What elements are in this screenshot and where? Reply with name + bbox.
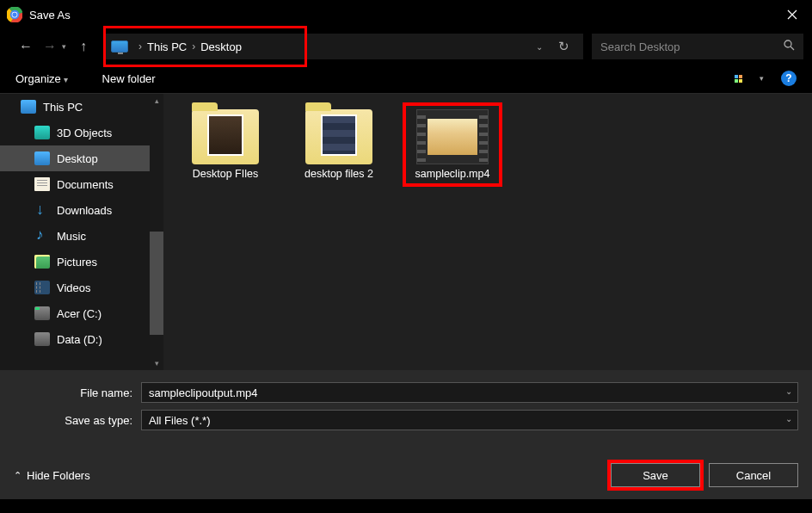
chevron-right-icon: › — [192, 40, 195, 53]
tree-item-music[interactable]: Music — [0, 223, 163, 249]
scrollbar-thumb[interactable] — [150, 232, 163, 335]
scrollbar-down[interactable]: ▾ — [150, 356, 163, 370]
view-options-button[interactable] — [730, 71, 746, 86]
music-icon — [34, 229, 50, 243]
nav-tree: This PC 3D Objects Desktop Documents Dow… — [0, 94, 163, 370]
breadcrumb-root[interactable]: This PC — [147, 40, 187, 53]
titlebar: Save As — [0, 0, 812, 29]
scrollbar-up[interactable]: ▴ — [150, 94, 163, 108]
filetype-label: Save as type: — [14, 414, 141, 427]
close-button[interactable] — [772, 0, 812, 29]
hide-folders-button[interactable]: ⌃ Hide Folders — [14, 469, 90, 482]
file-label: sampleclip.mp4 — [415, 168, 490, 180]
tree-item-desktop[interactable]: Desktop — [0, 145, 163, 171]
chevron-up-icon: ⌃ — [14, 470, 22, 481]
documents-icon — [34, 177, 50, 191]
tree-label: This PC — [43, 101, 83, 114]
app-icon — [7, 7, 22, 22]
hide-folders-label: Hide Folders — [27, 469, 90, 482]
tree-label: Downloads — [57, 204, 112, 217]
downloads-icon — [34, 203, 50, 217]
tree-label: Acer (C:) — [57, 307, 102, 320]
file-item-video[interactable]: sampleclip.mp4 — [406, 106, 499, 183]
main-area: This PC 3D Objects Desktop Documents Dow… — [0, 93, 812, 370]
grid-icon — [735, 75, 742, 83]
tree-label: Pictures — [57, 256, 97, 269]
file-label: Desktop FIles — [193, 168, 258, 180]
folder-icon — [192, 109, 259, 164]
svg-point-6 — [784, 40, 791, 47]
tree-item-downloads[interactable]: Downloads — [0, 197, 163, 223]
cancel-label: Cancel — [736, 469, 771, 482]
file-label: desktop files 2 — [304, 168, 373, 180]
footer: ⌃ Hide Folders Save Cancel — [0, 446, 812, 499]
desktop-icon — [34, 151, 50, 165]
file-list: Desktop FIles desktop files 2 sampleclip… — [163, 94, 812, 370]
tree-label: Documents — [57, 178, 114, 191]
drive-icon — [34, 306, 50, 320]
search-input[interactable]: Search Desktop — [592, 34, 803, 59]
forward-button[interactable]: → — [40, 36, 60, 57]
filename-value: sampleclipoutput.mp4 — [149, 386, 257, 399]
cancel-button[interactable]: Cancel — [709, 463, 798, 487]
save-form: File name: sampleclipoutput.mp4 ⌄ Save a… — [0, 370, 812, 446]
tree-label: Data (D:) — [57, 333, 102, 346]
back-button[interactable]: ← — [15, 36, 36, 57]
help-button[interactable]: ? — [781, 71, 797, 86]
filetype-select[interactable]: All Files (*.*) ⌄ — [141, 410, 798, 430]
save-button[interactable]: Save — [611, 463, 700, 487]
filename-input[interactable]: sampleclipoutput.mp4 ⌄ — [141, 382, 798, 403]
drive-icon — [34, 332, 50, 346]
close-icon — [787, 9, 797, 20]
breadcrumb-current[interactable]: Desktop — [200, 40, 242, 53]
search-icon — [784, 40, 795, 53]
chevron-down-icon[interactable]: ⌄ — [785, 386, 792, 396]
new-folder-button[interactable]: New folder — [102, 72, 156, 85]
tree-item-videos[interactable]: Videos — [0, 275, 163, 300]
folder-icon — [305, 109, 372, 164]
this-pc-icon — [21, 100, 36, 114]
recent-locations-button[interactable]: ▾ — [62, 42, 66, 51]
refresh-button[interactable]: ↻ — [550, 39, 578, 54]
window-title: Save As — [29, 9, 71, 22]
this-pc-icon — [111, 40, 128, 53]
tree-label: 3D Objects — [57, 127, 112, 139]
tree-item-data-d[interactable]: Data (D:) — [0, 326, 163, 352]
address-dropdown[interactable]: ⌄ — [529, 42, 550, 52]
organize-menu[interactable]: Organize — [15, 72, 68, 85]
nav-row: ← → ▾ ↑ › This PC › Desktop ⌄ ↻ Search D… — [0, 29, 812, 64]
tree-item-documents[interactable]: Documents — [0, 171, 163, 197]
chevron-down-icon[interactable]: ⌄ — [785, 414, 792, 423]
tree-label: Music — [57, 230, 86, 243]
tree-item-this-pc[interactable]: This PC — [0, 94, 163, 120]
search-placeholder: Search Desktop — [600, 40, 784, 53]
filename-label: File name: — [14, 386, 141, 399]
tree-item-acer-c[interactable]: Acer (C:) — [0, 300, 163, 326]
filetype-value: All Files (*.*) — [149, 414, 211, 427]
tree-label: Desktop — [57, 152, 98, 165]
pictures-icon — [34, 255, 50, 269]
up-button[interactable]: ↑ — [73, 36, 94, 57]
file-item-folder[interactable]: Desktop FIles — [179, 106, 272, 183]
3d-objects-icon — [34, 126, 50, 139]
chevron-right-icon: › — [138, 40, 142, 53]
svg-point-5 — [12, 12, 16, 16]
video-file-icon — [416, 109, 489, 164]
tree-item-3d-objects[interactable]: 3D Objects — [0, 120, 163, 145]
file-item-folder[interactable]: desktop files 2 — [292, 106, 385, 183]
view-dropdown[interactable]: ▾ — [760, 74, 764, 83]
toolbar: Organize New folder ▾ ? — [0, 64, 812, 93]
save-label: Save — [643, 469, 668, 482]
tree-label: Videos — [57, 281, 91, 294]
videos-icon — [34, 281, 50, 294]
tree-item-pictures[interactable]: Pictures — [0, 249, 163, 275]
address-bar[interactable]: › This PC › Desktop ⌄ ↻ — [106, 34, 583, 59]
